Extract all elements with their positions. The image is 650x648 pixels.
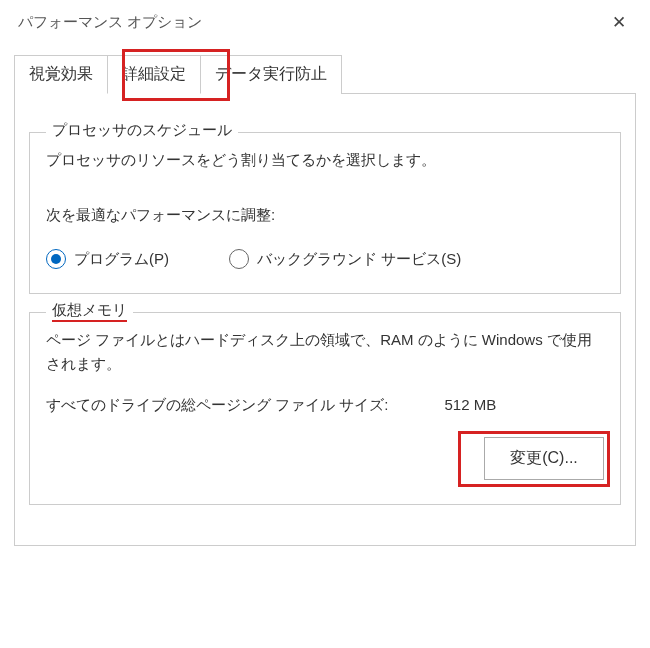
change-button[interactable]: 変更(C)... [484,437,604,480]
paging-file-size-value: 512 MB [445,396,497,415]
tab-content: プロセッサのスケジュール プロセッサのリソースをどう割り当てるかを選択します。 … [14,93,636,546]
tab-advanced[interactable]: 詳細設定 [107,55,201,94]
radio-icon [229,249,249,269]
radio-programs[interactable]: プログラム(P) [46,249,169,269]
radio-background-services[interactable]: バックグラウンド サービス(S) [229,249,461,269]
processor-adjust-label: 次を最適なパフォーマンスに調整: [46,206,604,225]
radio-programs-label: プログラム(P) [74,250,169,269]
processor-scheduling-legend: プロセッサのスケジュール [46,121,238,140]
radio-icon [46,249,66,269]
processor-radio-row: プログラム(P) バックグラウンド サービス(S) [46,249,604,269]
processor-scheduling-group: プロセッサのスケジュール プロセッサのリソースをどう割り当てるかを選択します。 … [29,132,621,294]
virtual-memory-legend: 仮想メモリ [46,301,133,320]
paging-file-size-row: すべてのドライブの総ページング ファイル サイズ: 512 MB [46,396,604,415]
radio-background-label: バックグラウンド サービス(S) [257,250,461,269]
virtual-memory-desc: ページ ファイルとはハードディスク上の領域で、RAM のように Windows … [46,328,604,376]
window-title: パフォーマンス オプション [18,13,202,32]
tab-dep[interactable]: データ実行防止 [200,55,342,94]
close-icon[interactable]: ✕ [606,10,632,35]
titlebar: パフォーマンス オプション ✕ [0,0,650,49]
tab-strip: 視覚効果 詳細設定 データ実行防止 [14,55,650,94]
virtual-memory-button-row: 変更(C)... [46,437,604,480]
virtual-memory-group: 仮想メモリ ページ ファイルとはハードディスク上の領域で、RAM のように Wi… [29,312,621,505]
paging-file-size-label: すべてのドライブの総ページング ファイル サイズ: [46,396,389,415]
processor-scheduling-desc: プロセッサのリソースをどう割り当てるかを選択します。 [46,148,604,172]
tab-visual-effects[interactable]: 視覚効果 [14,55,108,94]
